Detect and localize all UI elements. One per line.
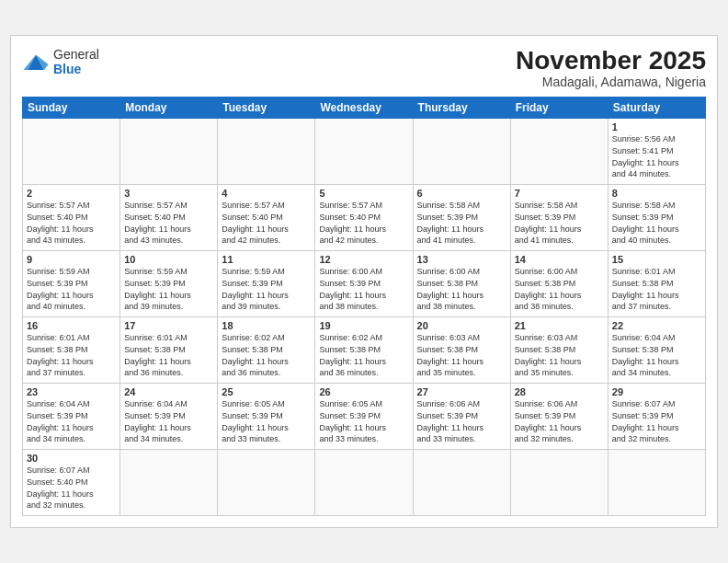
day-info: Sunrise: 5:56 AMSunset: 5:41 PMDaylight:… (612, 133, 701, 179)
day-info: Sunrise: 5:59 AMSunset: 5:39 PMDaylight:… (222, 266, 311, 312)
month-year: November 2025 (516, 47, 706, 75)
day-number: 20 (417, 320, 506, 331)
calendar-cell (413, 119, 510, 185)
day-number: 9 (27, 254, 116, 265)
calendar-cell: 17Sunrise: 6:01 AMSunset: 5:38 PMDayligh… (120, 317, 218, 384)
day-info: Sunrise: 5:59 AMSunset: 5:39 PMDaylight:… (124, 266, 213, 312)
day-number: 29 (612, 386, 701, 397)
calendar-cell: 28Sunrise: 6:06 AMSunset: 5:39 PMDayligh… (510, 384, 608, 450)
calendar-cell: 15Sunrise: 6:01 AMSunset: 5:38 PMDayligh… (608, 251, 705, 317)
calendar-cell: 12Sunrise: 6:00 AMSunset: 5:39 PMDayligh… (315, 251, 413, 317)
calendar-cell: 18Sunrise: 6:02 AMSunset: 5:38 PMDayligh… (218, 317, 315, 384)
day-number: 7 (515, 188, 604, 199)
calendar-week-5: 23Sunrise: 6:04 AMSunset: 5:39 PMDayligh… (23, 384, 706, 450)
calendar-header-row: SundayMondayTuesdayWednesdayThursdayFrid… (23, 98, 706, 119)
day-number: 26 (319, 386, 408, 397)
calendar-cell (608, 450, 705, 516)
day-number: 21 (515, 320, 604, 331)
day-number: 22 (612, 320, 701, 331)
day-number: 2 (27, 188, 116, 199)
day-info: Sunrise: 6:06 AMSunset: 5:39 PMDaylight:… (515, 398, 604, 444)
calendar-week-3: 9Sunrise: 5:59 AMSunset: 5:39 PMDaylight… (23, 251, 706, 317)
calendar-cell: 13Sunrise: 6:00 AMSunset: 5:38 PMDayligh… (413, 251, 510, 317)
calendar-cell: 26Sunrise: 6:05 AMSunset: 5:39 PMDayligh… (315, 384, 413, 450)
day-info: Sunrise: 6:01 AMSunset: 5:38 PMDaylight:… (612, 266, 701, 312)
calendar-cell: 1Sunrise: 5:56 AMSunset: 5:41 PMDaylight… (608, 119, 705, 185)
day-number: 4 (222, 188, 311, 199)
day-info: Sunrise: 6:07 AMSunset: 5:39 PMDaylight:… (612, 398, 701, 444)
day-number: 17 (124, 320, 213, 331)
day-info: Sunrise: 6:02 AMSunset: 5:38 PMDaylight:… (319, 332, 408, 378)
day-info: Sunrise: 6:03 AMSunset: 5:38 PMDaylight:… (515, 332, 604, 378)
day-info: Sunrise: 6:03 AMSunset: 5:38 PMDaylight:… (417, 332, 506, 378)
day-info: Sunrise: 5:58 AMSunset: 5:39 PMDaylight:… (515, 200, 604, 246)
calendar-cell: 29Sunrise: 6:07 AMSunset: 5:39 PMDayligh… (608, 384, 705, 450)
day-number: 19 (319, 320, 408, 331)
logo-general: General (53, 47, 99, 62)
day-info: Sunrise: 6:05 AMSunset: 5:39 PMDaylight:… (319, 398, 408, 444)
day-info: Sunrise: 6:05 AMSunset: 5:39 PMDaylight:… (222, 398, 311, 444)
calendar-table: SundayMondayTuesdayWednesdayThursdayFrid… (22, 97, 706, 516)
calendar-cell (120, 450, 218, 516)
day-info: Sunrise: 6:04 AMSunset: 5:39 PMDaylight:… (27, 398, 116, 444)
day-header-monday: Monday (120, 98, 218, 119)
day-header-wednesday: Wednesday (315, 98, 413, 119)
calendar-cell: 8Sunrise: 5:58 AMSunset: 5:39 PMDaylight… (608, 185, 705, 251)
calendar-container: General Blue November 2025 Madagali, Ada… (10, 35, 718, 529)
day-info: Sunrise: 5:57 AMSunset: 5:40 PMDaylight:… (222, 200, 311, 246)
day-number: 15 (612, 254, 701, 265)
day-number: 10 (124, 254, 213, 265)
logo-icon (22, 51, 50, 73)
calendar-cell: 7Sunrise: 5:58 AMSunset: 5:39 PMDaylight… (510, 185, 608, 251)
calendar-cell: 5Sunrise: 5:57 AMSunset: 5:40 PMDaylight… (315, 185, 413, 251)
day-number: 8 (612, 188, 701, 199)
day-number: 3 (124, 188, 213, 199)
day-number: 13 (417, 254, 506, 265)
day-info: Sunrise: 5:58 AMSunset: 5:39 PMDaylight:… (417, 200, 506, 246)
day-number: 18 (222, 320, 311, 331)
calendar-cell: 24Sunrise: 6:04 AMSunset: 5:39 PMDayligh… (120, 384, 218, 450)
calendar-cell: 14Sunrise: 6:00 AMSunset: 5:38 PMDayligh… (510, 251, 608, 317)
day-header-tuesday: Tuesday (218, 98, 315, 119)
calendar-cell (510, 450, 608, 516)
calendar-cell: 30Sunrise: 6:07 AMSunset: 5:40 PMDayligh… (23, 450, 120, 516)
day-info: Sunrise: 6:01 AMSunset: 5:38 PMDaylight:… (124, 332, 213, 378)
title-area: November 2025 Madagali, Adamawa, Nigeria (516, 47, 706, 90)
day-info: Sunrise: 6:02 AMSunset: 5:38 PMDaylight:… (222, 332, 311, 378)
day-info: Sunrise: 6:00 AMSunset: 5:39 PMDaylight:… (319, 266, 408, 312)
calendar-cell (315, 119, 413, 185)
day-info: Sunrise: 5:57 AMSunset: 5:40 PMDaylight:… (27, 200, 116, 246)
calendar-cell: 19Sunrise: 6:02 AMSunset: 5:38 PMDayligh… (315, 317, 413, 384)
day-number: 16 (27, 320, 116, 331)
calendar-cell (218, 119, 315, 185)
calendar-cell: 21Sunrise: 6:03 AMSunset: 5:38 PMDayligh… (510, 317, 608, 384)
calendar-week-2: 2Sunrise: 5:57 AMSunset: 5:40 PMDaylight… (23, 185, 706, 251)
calendar-cell: 10Sunrise: 5:59 AMSunset: 5:39 PMDayligh… (120, 251, 218, 317)
day-number: 1 (612, 121, 701, 132)
calendar-cell: 6Sunrise: 5:58 AMSunset: 5:39 PMDaylight… (413, 185, 510, 251)
day-number: 11 (222, 254, 311, 265)
calendar-cell: 23Sunrise: 6:04 AMSunset: 5:39 PMDayligh… (23, 384, 120, 450)
logo: General Blue (22, 47, 99, 78)
calendar-cell: 4Sunrise: 5:57 AMSunset: 5:40 PMDaylight… (218, 185, 315, 251)
calendar-cell: 22Sunrise: 6:04 AMSunset: 5:38 PMDayligh… (608, 317, 705, 384)
calendar-cell: 27Sunrise: 6:06 AMSunset: 5:39 PMDayligh… (413, 384, 510, 450)
day-header-saturday: Saturday (608, 98, 705, 119)
calendar-week-4: 16Sunrise: 6:01 AMSunset: 5:38 PMDayligh… (23, 317, 706, 384)
calendar-cell: 25Sunrise: 6:05 AMSunset: 5:39 PMDayligh… (218, 384, 315, 450)
day-header-thursday: Thursday (413, 98, 510, 119)
day-number: 12 (319, 254, 408, 265)
calendar-cell (120, 119, 218, 185)
calendar-cell (510, 119, 608, 185)
day-info: Sunrise: 6:01 AMSunset: 5:38 PMDaylight:… (27, 332, 116, 378)
day-info: Sunrise: 6:06 AMSunset: 5:39 PMDaylight:… (417, 398, 506, 444)
calendar-cell (23, 119, 120, 185)
header: General Blue November 2025 Madagali, Ada… (22, 47, 706, 90)
calendar-cell: 20Sunrise: 6:03 AMSunset: 5:38 PMDayligh… (413, 317, 510, 384)
day-number: 5 (319, 188, 408, 199)
day-info: Sunrise: 5:57 AMSunset: 5:40 PMDaylight:… (124, 200, 213, 246)
day-info: Sunrise: 5:59 AMSunset: 5:39 PMDaylight:… (27, 266, 116, 312)
day-info: Sunrise: 6:07 AMSunset: 5:40 PMDaylight:… (27, 465, 116, 511)
day-info: Sunrise: 6:00 AMSunset: 5:38 PMDaylight:… (515, 266, 604, 312)
day-number: 28 (515, 386, 604, 397)
